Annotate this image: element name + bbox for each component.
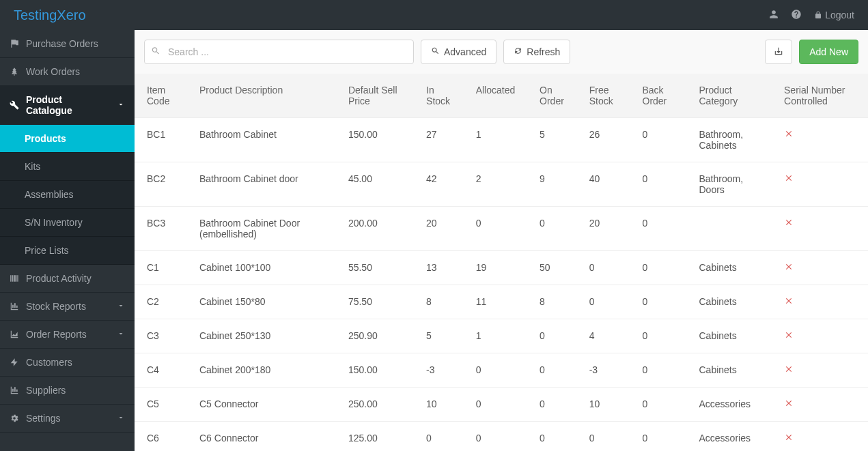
sidebar-sub-kits[interactable]: Kits bbox=[0, 153, 135, 181]
sidebar-item-purchase-orders[interactable]: Purchase Orders bbox=[0, 30, 135, 58]
cross-icon bbox=[784, 365, 794, 376]
search-icon bbox=[151, 46, 160, 58]
cell-back-order: 0 bbox=[634, 207, 691, 251]
cell-code: C3 bbox=[135, 319, 191, 353]
cell-serial bbox=[776, 207, 868, 251]
table-row[interactable]: BC3Bathroom Cabinet Door (embellished)20… bbox=[135, 207, 868, 251]
sidebar-sub-assemblies[interactable]: Assemblies bbox=[0, 181, 135, 209]
sidebar-item-settings[interactable]: Settings bbox=[0, 405, 135, 433]
cell-description: C5 Connector bbox=[191, 388, 340, 422]
cell-description: Cabinet 100*100 bbox=[191, 251, 340, 285]
cell-description: Bathroom Cabinet bbox=[191, 118, 340, 162]
cell-serial bbox=[776, 118, 868, 162]
cell-free-stock: 0 bbox=[581, 285, 634, 319]
cell-back-order: 0 bbox=[634, 422, 691, 452]
sidebar-item-product-activity[interactable]: Product Activity bbox=[0, 265, 135, 293]
table-row[interactable]: BC2Bathroom Cabinet door45.004229400Bath… bbox=[135, 162, 868, 207]
cell-price: 45.00 bbox=[340, 162, 418, 207]
cell-category: Accessories bbox=[691, 422, 776, 452]
sidebar-item-work-orders[interactable]: Work Orders bbox=[0, 58, 135, 86]
cell-code: BC1 bbox=[135, 118, 191, 162]
cell-in-stock: 27 bbox=[418, 118, 468, 162]
cell-free-stock: 26 bbox=[581, 118, 634, 162]
cell-free-stock: 10 bbox=[581, 388, 634, 422]
user-icon[interactable] bbox=[769, 10, 779, 21]
cell-description: Bathroom Cabinet door bbox=[191, 162, 340, 207]
cell-back-order: 0 bbox=[634, 118, 691, 162]
cell-price: 250.90 bbox=[340, 319, 418, 353]
header-item-code[interactable]: Item Code bbox=[135, 74, 191, 118]
cross-icon bbox=[784, 433, 794, 444]
flag-icon bbox=[10, 39, 19, 48]
cell-serial bbox=[776, 353, 868, 388]
download-button[interactable] bbox=[765, 40, 792, 64]
sidebar-item-stock-reports[interactable]: Stock Reports bbox=[0, 293, 135, 321]
cell-code: C1 bbox=[135, 251, 191, 285]
cell-code: C4 bbox=[135, 353, 191, 388]
sidebar-item-customers[interactable]: Customers bbox=[0, 349, 135, 377]
cross-icon bbox=[784, 331, 794, 342]
cell-allocated: 0 bbox=[468, 422, 531, 452]
table-row[interactable]: C1Cabinet 100*10055.5013195000Cabinets bbox=[135, 251, 868, 285]
cell-on-order: 8 bbox=[531, 285, 581, 319]
sidebar-item-suppliers[interactable]: Suppliers bbox=[0, 377, 135, 405]
logout-button[interactable]: Logout bbox=[814, 10, 854, 20]
cell-free-stock: 40 bbox=[581, 162, 634, 207]
sidebar-sub-products[interactable]: Products bbox=[0, 125, 135, 153]
refresh-button[interactable]: Refresh bbox=[503, 40, 570, 64]
header-category[interactable]: Product Category bbox=[691, 74, 776, 118]
cross-icon bbox=[784, 218, 794, 229]
cell-serial bbox=[776, 319, 868, 353]
bar-chart-icon bbox=[10, 302, 19, 311]
tree-icon bbox=[10, 67, 19, 76]
header-on-order[interactable]: On Order bbox=[531, 74, 581, 118]
table-row[interactable]: C3Cabinet 250*130250.9051040Cabinets bbox=[135, 319, 868, 353]
cell-free-stock: 0 bbox=[581, 422, 634, 452]
sidebar-sub-s-n-inventory[interactable]: S/N Inventory bbox=[0, 209, 135, 237]
cell-in-stock: 20 bbox=[418, 207, 468, 251]
cell-free-stock: 20 bbox=[581, 207, 634, 251]
advanced-button[interactable]: Advanced bbox=[421, 40, 496, 64]
cell-code: BC2 bbox=[135, 162, 191, 207]
header-allocated[interactable]: Allocated bbox=[468, 74, 531, 118]
sidebar-item-label: Order Reports bbox=[26, 329, 87, 340]
cell-allocated: 1 bbox=[468, 319, 531, 353]
sidebar-item-order-reports[interactable]: Order Reports bbox=[0, 321, 135, 349]
table-row[interactable]: C2Cabinet 150*8075.50811800Cabinets bbox=[135, 285, 868, 319]
cell-category: Cabinets bbox=[691, 285, 776, 319]
cell-price: 250.00 bbox=[340, 388, 418, 422]
cell-allocated: 1 bbox=[468, 118, 531, 162]
sidebar-item-product-catalogue[interactable]: Product Catalogue bbox=[0, 86, 135, 125]
cell-code: C2 bbox=[135, 285, 191, 319]
main-content: Advanced Refresh Add New bbox=[135, 30, 868, 451]
cell-price: 150.00 bbox=[340, 118, 418, 162]
header-back-order[interactable]: Back Order bbox=[634, 74, 691, 118]
sidebar-item-label: Customers bbox=[26, 357, 72, 368]
search-input[interactable] bbox=[144, 40, 414, 64]
sidebar-item-label: Settings bbox=[26, 413, 61, 424]
cell-in-stock: -3 bbox=[418, 353, 468, 388]
cell-price: 200.00 bbox=[340, 207, 418, 251]
cell-back-order: 0 bbox=[634, 388, 691, 422]
add-new-label: Add New bbox=[809, 46, 848, 57]
help-icon[interactable] bbox=[791, 9, 802, 22]
cell-description: Cabinet 250*130 bbox=[191, 319, 340, 353]
header-serial[interactable]: Serial Number Controlled bbox=[776, 74, 868, 118]
header-free-stock[interactable]: Free Stock bbox=[581, 74, 634, 118]
table-row[interactable]: C5C5 Connector250.001000100Accessories bbox=[135, 388, 868, 422]
header-description[interactable]: Product Description bbox=[191, 74, 340, 118]
table-row[interactable]: C6C6 Connector125.0000000Accessories bbox=[135, 422, 868, 452]
cell-in-stock: 5 bbox=[418, 319, 468, 353]
products-table: Item Code Product Description Default Se… bbox=[135, 74, 868, 451]
sidebar-sub-price-lists[interactable]: Price Lists bbox=[0, 237, 135, 265]
header-in-stock[interactable]: In Stock bbox=[418, 74, 468, 118]
brand-logo[interactable]: TestingXero bbox=[14, 8, 86, 23]
header-price[interactable]: Default Sell Price bbox=[340, 74, 418, 118]
logout-label: Logout bbox=[825, 10, 854, 20]
chevron-down-icon bbox=[117, 301, 125, 312]
gear-icon bbox=[10, 413, 19, 423]
cell-back-order: 0 bbox=[634, 353, 691, 388]
add-new-button[interactable]: Add New bbox=[799, 40, 858, 64]
table-row[interactable]: C4Cabinet 200*180150.00-300-30Cabinets bbox=[135, 353, 868, 388]
table-row[interactable]: BC1Bathroom Cabinet150.002715260Bathroom… bbox=[135, 118, 868, 162]
